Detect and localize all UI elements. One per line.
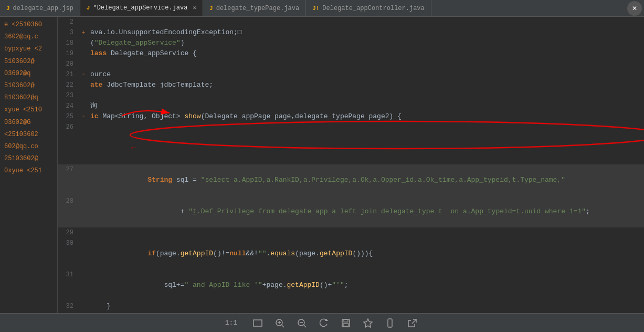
- toolbar-btn-zoom-in[interactable]: [273, 316, 287, 330]
- svg-line-17: [412, 319, 416, 324]
- java-icon-active: J: [87, 5, 90, 11]
- code-text-21[interactable]: ource: [88, 69, 644, 80]
- toolbar-btn-zoom-out[interactable]: [295, 316, 309, 330]
- corner-close-button[interactable]: ✕: [627, 1, 642, 16]
- sidebar-item-1[interactable]: 3602@qq.c: [0, 31, 57, 43]
- sidebar-item-5[interactable]: 5103602@: [0, 80, 57, 92]
- sidebar-item-6[interactable]: 8103602@q: [0, 92, 57, 104]
- main-area: e <2510360 3602@qq.c bypxyue <2 5103602@…: [0, 17, 644, 313]
- code-line-25: 25 ◦ ic Map<String, Object> show(Delegat…: [58, 111, 644, 122]
- sidebar: e <2510360 3602@qq.c bypxyue <2 5103602@…: [0, 17, 58, 313]
- sidebar-item-2[interactable]: bypxyue <2: [0, 43, 57, 55]
- code-line-21: 21 ◦ ource: [58, 69, 644, 80]
- toolbar-btn-rotate[interactable]: [317, 316, 331, 330]
- line-num-19: 19: [58, 48, 79, 59]
- line-num-23: 23: [58, 90, 79, 101]
- tab-delegate-appservice-java[interactable]: J *Delegate_appService.java ✕: [80, 0, 203, 16]
- toolbar-btn-save[interactable]: [339, 316, 353, 330]
- jsp-icon: J: [6, 5, 10, 12]
- line-num-27: 27: [58, 164, 79, 175]
- code-line-23: 23: [58, 90, 644, 101]
- line-num-3: 3: [58, 27, 79, 38]
- sidebar-item-12[interactable]: 0xyue <251: [0, 165, 57, 177]
- line-num-28: 28: [58, 196, 79, 206]
- tab-label-1: delegate_app.jsp: [13, 5, 73, 12]
- svg-point-16: [389, 326, 390, 327]
- code-text-27[interactable]: String sql = "select a.AppID,a.RankID,a.…: [88, 164, 644, 196]
- code-text-3[interactable]: ava.io.UnsupportedEncodingException;□: [88, 27, 644, 38]
- code-text-30[interactable]: if(page.getAppID()!=null&&!"".equals(pag…: [88, 238, 644, 269]
- tab-delegate-appcontroller-java[interactable]: J! Delegate_appController.java: [306, 0, 431, 16]
- tab-delegate-app-jsp[interactable]: J delegate_app.jsp: [0, 0, 80, 16]
- code-line-2: 2: [58, 17, 644, 27]
- line-num-22: 22: [58, 80, 79, 90]
- line-num-33: 33: [58, 312, 79, 313]
- sidebar-item-8[interactable]: 03602@G: [0, 117, 57, 129]
- gutter-marker-21: ◦: [82, 69, 86, 80]
- java-icon-3: J: [209, 5, 213, 12]
- code-line-19: 19 lass Delegate_appService {: [58, 48, 644, 59]
- code-text-26[interactable]: ←: [88, 122, 644, 164]
- java-icon-4: J!: [312, 5, 319, 12]
- tab-delegate-typepage-java[interactable]: J delegate_typePage.java: [203, 0, 306, 16]
- svg-rect-2: [254, 320, 262, 326]
- sidebar-item-0[interactable]: e <2510360: [0, 19, 57, 31]
- svg-line-4: [282, 325, 284, 327]
- gutter-marker-25: ◦: [82, 111, 86, 122]
- gutter-3: +: [79, 27, 88, 38]
- tab-label-3: delegate_typePage.java: [216, 5, 299, 12]
- code-line-24: 24 询: [58, 101, 644, 111]
- line-num-30: 30: [58, 238, 79, 248]
- gutter-21: ◦: [79, 69, 88, 80]
- gutter-25: ◦: [79, 111, 88, 122]
- code-text-28[interactable]: + "t.Def_Privilege from delegate_app a l…: [88, 196, 644, 227]
- code-line-27: 27 String sql = "select a.AppID,a.RankID…: [58, 164, 644, 196]
- line-num-31: 31: [58, 269, 79, 280]
- code-text-25[interactable]: ic Map<String, Object> show(Delegate_app…: [88, 111, 644, 122]
- line-num-24: 24: [58, 101, 79, 111]
- code-line-29: 29: [58, 227, 644, 238]
- code-content: 2 3 + ava.io.UnsupportedEncodingExceptio…: [58, 17, 644, 313]
- line-num-29: 29: [58, 227, 79, 238]
- code-line-20: 20: [58, 59, 644, 69]
- toolbar-btn-rect[interactable]: [251, 316, 265, 330]
- code-line-32: 32 }: [58, 301, 644, 312]
- sidebar-item-9[interactable]: <25103602: [0, 129, 57, 141]
- tab-corner-close-area: ✕: [627, 0, 644, 16]
- sidebar-item-3[interactable]: 5103602@: [0, 56, 57, 68]
- code-text-31[interactable]: sql+=" and AppID like '"+page.getAppID()…: [88, 269, 644, 301]
- tab-label-2: *Delegate_appService.java: [93, 4, 187, 12]
- toolbar-btn-star[interactable]: [361, 316, 375, 330]
- code-text-33[interactable]: System.out.println("sql:"+sql);: [88, 312, 644, 313]
- tab-bar: J delegate_app.jsp J *Delegate_appServic…: [0, 0, 644, 17]
- code-line-28: 28 + "t.Def_Privilege from delegate_app …: [58, 196, 644, 227]
- code-text-19[interactable]: lass Delegate_appService {: [88, 48, 644, 59]
- tab-close-button-2[interactable]: ✕: [193, 4, 196, 11]
- code-editor[interactable]: 2 3 + ava.io.UnsupportedEncodingExceptio…: [58, 17, 644, 313]
- toolbar-btn-mobile[interactable]: [383, 316, 397, 330]
- code-line-22: 22 ate JdbcTemplate jdbcTemplate;: [58, 80, 644, 90]
- line-num-26: 26: [58, 122, 79, 132]
- line-num-32: 32: [58, 301, 79, 312]
- line-num-21: 21: [58, 69, 79, 80]
- bottom-toolbar: 1:1: [0, 313, 644, 332]
- line-num-25: 25: [58, 111, 79, 122]
- sidebar-item-7[interactable]: xyue <2510: [0, 104, 57, 116]
- code-line-33: 33 System.out.println("sql:"+sql);: [58, 312, 644, 313]
- code-text-22[interactable]: ate JdbcTemplate jdbcTemplate;: [88, 80, 644, 90]
- code-line-18: 18 ("Delegate_appService"): [58, 38, 644, 48]
- sidebar-item-10[interactable]: 602@qq.co: [0, 141, 57, 153]
- code-text-24[interactable]: 询: [88, 101, 644, 111]
- toolbar-btn-share[interactable]: [405, 316, 419, 330]
- code-text-32[interactable]: }: [88, 301, 644, 312]
- sidebar-item-11[interactable]: 25103602@: [0, 153, 57, 165]
- code-text-18[interactable]: ("Delegate_appService"): [88, 38, 644, 48]
- svg-rect-13: [343, 324, 349, 326]
- code-line-31: 31 sql+=" and AppID like '"+page.getAppI…: [58, 269, 644, 301]
- sidebar-item-4[interactable]: 03602@q: [0, 68, 57, 80]
- line-num-20: 20: [58, 59, 79, 69]
- tab-label-4: Delegate_appController.java: [322, 5, 424, 12]
- zoom-label: 1:1: [225, 319, 237, 327]
- svg-line-8: [304, 325, 306, 327]
- gutter-marker-3: +: [82, 27, 86, 38]
